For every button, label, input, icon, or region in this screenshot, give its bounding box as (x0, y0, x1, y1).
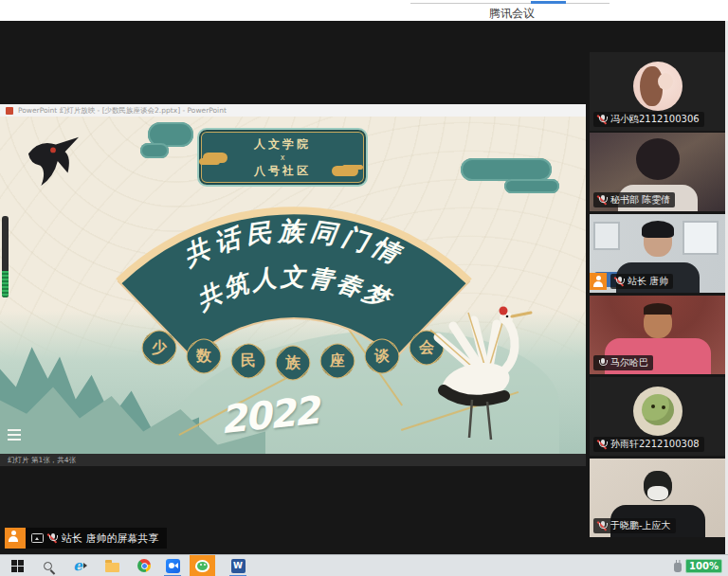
mic-on-icon (598, 357, 607, 369)
folder-icon (105, 563, 119, 572)
taskbar-chrome[interactable] (133, 555, 155, 576)
slideshow-status-text: 幻灯片 第1张，共4张 (8, 456, 76, 465)
app-title: 腾讯会议 (417, 6, 607, 22)
internet-explorer-icon: e (73, 559, 82, 573)
participant-name: 站长 唐帅 (628, 275, 668, 288)
battery-indicator: 100% (685, 559, 722, 573)
search-icon (44, 562, 52, 570)
screen-share-icon (31, 533, 44, 543)
chrome-icon (137, 559, 151, 572)
taskbar-tencent-meeting[interactable] (161, 555, 184, 576)
meeting-window: PowerPoint 幻灯片放映 - [少数民族座谈会2.pptx] - Pow… (0, 21, 728, 554)
jumplist-arrow-icon (83, 563, 90, 568)
screen-share-banner: 站长 唐帅的屏幕共享 (5, 528, 167, 549)
screen-share-label: 站长 唐帅的屏幕共享 (62, 531, 159, 546)
participant-nametag: 马尔哈巴 (593, 355, 653, 370)
top-bar: 腾讯会议 (0, 0, 728, 21)
participant-tile[interactable]: 孙雨轩2212100308 (590, 377, 725, 456)
participant-name: 马尔哈巴 (610, 356, 648, 369)
mic-muted-icon (598, 520, 607, 531)
system-tray[interactable]: 100% (674, 555, 722, 576)
shared-window-title: PowerPoint 幻灯片放映 - [少数民族座谈会2.pptx] - Pow… (18, 106, 227, 116)
subtitle-badge: 会 (410, 332, 443, 364)
mic-muted-icon (598, 194, 607, 206)
word-icon: W (231, 559, 246, 573)
participant-nametag: 秘书部 陈雯倩 (593, 192, 675, 207)
avatar (633, 62, 682, 111)
volume-level-widget (2, 216, 9, 297)
mic-muted-icon (598, 114, 607, 125)
taskbar-file-explorer[interactable] (100, 555, 123, 576)
participant-nametag: 孙雨轩2212100308 (593, 437, 704, 452)
mic-muted-icon (598, 439, 607, 450)
participant-name: 秘书部 陈雯倩 (610, 193, 670, 207)
power-plug-icon (674, 563, 682, 572)
powerpoint-icon (6, 107, 13, 115)
subtitle-badge: 座 (321, 345, 354, 377)
subtitle-badge: 谈 (366, 340, 398, 372)
wechat-icon (195, 560, 209, 572)
participant-name: 孙雨轩2212100308 (610, 438, 700, 451)
participant-tile[interactable]: 马尔哈巴 (590, 296, 725, 374)
taskbar-search-button[interactable] (36, 555, 59, 576)
subtitle-badge: 数 (188, 340, 220, 372)
start-button[interactable] (6, 555, 28, 576)
participant-nametag: 冯小鸥2112100306 (593, 112, 704, 127)
slideshow-status-bar: 幻灯片 第1张，共4张 (0, 454, 586, 466)
windows-logo-icon (11, 560, 24, 572)
subtitle-badge: 民 (232, 345, 264, 377)
participant-name: 于晓鹏-上应大 (610, 519, 671, 532)
participant-tile[interactable]: 冯小鸥2112100306 (590, 52, 725, 131)
avatar (633, 387, 682, 436)
participant-tile[interactable]: 于晓鹏-上应大 (590, 459, 725, 537)
participant-tile[interactable]: 秘书部 陈雯倩 (590, 133, 725, 211)
screen-share-presenter-icon (590, 273, 607, 290)
participant-tile[interactable]: 站长 唐帅 (590, 214, 725, 293)
tab-strip (410, 3, 610, 4)
presenter-icon (5, 528, 26, 549)
shared-window-titlebar: PowerPoint 幻灯片放映 - [少数民族座谈会2.pptx] - Pow… (0, 104, 586, 117)
subtitle-badge: 族 (277, 347, 309, 379)
active-tab-indicator (531, 1, 566, 4)
participant-nametag: 站长 唐帅 (610, 274, 673, 289)
taskbar-wechat[interactable] (190, 555, 215, 576)
windows-taskbar: e W 100% (0, 554, 728, 576)
subtitle-badge: 少 (143, 332, 175, 364)
presenter-menu-icon[interactable] (8, 429, 21, 443)
tencent-meeting-icon (166, 559, 180, 573)
mic-muted-icon (615, 276, 624, 287)
mic-muted-icon (48, 532, 57, 544)
shared-slide: 人文学院 x 八号社区 共话民族同门情 共筑人文青春梦 (0, 117, 586, 454)
participant-name: 冯小鸥2112100306 (610, 113, 700, 126)
taskbar-word[interactable]: W (227, 555, 249, 576)
taskbar-internet-explorer[interactable]: e (70, 555, 93, 576)
participant-nametag: 于晓鹏-上应大 (593, 518, 676, 533)
crane-illustration (417, 280, 557, 449)
volume-level-bars (2, 271, 9, 297)
screen: 腾讯会议 PowerPoint 幻灯片放映 - [少数民族座谈会2.pptx] … (0, 0, 728, 576)
